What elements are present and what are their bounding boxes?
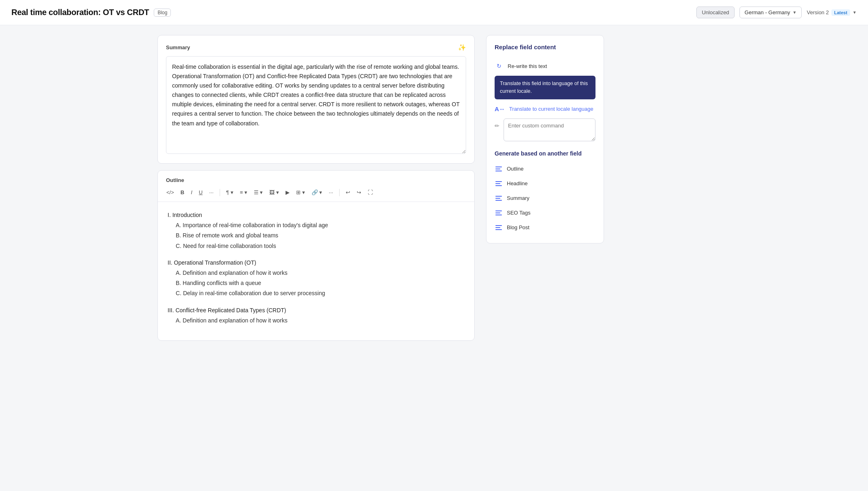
summary-field-card: Summary ✨ Real-time collaboration is ess…: [157, 35, 475, 164]
table-button[interactable]: ⊞ ▾: [293, 187, 308, 197]
headline-lines-icon: [495, 180, 503, 188]
latest-badge: Latest: [831, 9, 850, 16]
more-text-button[interactable]: ···: [206, 187, 216, 197]
section-1-title: I. Introduction: [168, 210, 465, 220]
version-chevron-icon: ▼: [853, 10, 857, 15]
replace-field-card: Replace field content ↻ Re-write this te…: [486, 35, 604, 243]
undo-button[interactable]: ↩: [343, 187, 353, 197]
outline-section-1: I. Introduction A. Importance of real-ti…: [168, 210, 465, 251]
custom-command-input[interactable]: [504, 118, 595, 141]
blog-badge: Blog: [154, 9, 171, 17]
seo-lines-icon: [495, 209, 503, 217]
unlocalized-button[interactable]: Unlocalized: [696, 7, 734, 18]
paragraph-button[interactable]: ¶ ▾: [223, 187, 236, 197]
section-1-item-b: B. Rise of remote work and global teams: [168, 230, 465, 241]
translate-icon: A↔: [495, 105, 505, 112]
outline-section-3: III. Conflict-free Replicated Data Types…: [168, 305, 465, 326]
outline-label: Outline: [158, 171, 474, 183]
outline-section-2: II. Operational Transformation (OT) A. D…: [168, 258, 465, 299]
generate-seo-item[interactable]: SEO Tags: [495, 206, 595, 220]
outline-toolbar: </> B I U ··· ¶ ▾ ≡ ▾ ☰ ▾ 🖼 ▾ ▶ ⊞ ▾ 🔗 ▾ …: [158, 183, 474, 202]
underline-button[interactable]: U: [196, 187, 205, 197]
redo-button[interactable]: ↪: [354, 187, 364, 197]
outline-content: I. Introduction A. Importance of real-ti…: [158, 202, 474, 340]
fullscreen-button[interactable]: ⛶: [365, 187, 376, 197]
page-title: Real time collaboration: OT vs CRDT: [11, 8, 149, 17]
rewrite-label: Re-write this text: [508, 63, 547, 69]
pencil-icon: ✏: [495, 123, 499, 129]
outline-field-card: Outline </> B I U ··· ¶ ▾ ≡ ▾ ☰ ▾ 🖼 ▾ ▶ …: [157, 170, 475, 341]
section-2-title: II. Operational Transformation (OT): [168, 258, 465, 268]
summary-ai-button[interactable]: ✨: [458, 44, 466, 51]
bold-button[interactable]: B: [178, 187, 187, 197]
summary-lines-icon: [495, 194, 503, 202]
section-3-title: III. Conflict-free Replicated Data Types…: [168, 305, 465, 316]
rewrite-item[interactable]: ↻ Re-write this text: [495, 58, 595, 74]
generate-summary-item[interactable]: Summary: [495, 191, 595, 206]
generate-blogpost-item[interactable]: Blog Post: [495, 220, 595, 235]
custom-command-row: ✏: [495, 118, 595, 141]
code-button[interactable]: </>: [164, 187, 177, 197]
top-header: Real time collaboration: OT vs CRDT Blog…: [0, 0, 868, 25]
list-button[interactable]: ☰ ▾: [251, 187, 266, 197]
section-1-item-a: A. Importance of real-time collaboration…: [168, 220, 465, 230]
rewrite-icon: ↻: [495, 61, 504, 70]
summary-textarea[interactable]: Real-time collaboration is essential in …: [166, 56, 466, 154]
section-1-item-c: C. Need for real-time collaboration tool…: [168, 241, 465, 251]
replace-title: Replace field content: [495, 44, 595, 50]
section-2-item-a: A. Definition and explanation of how it …: [168, 268, 465, 278]
generate-outline-label: Outline: [507, 166, 523, 172]
generate-summary-label: Summary: [507, 195, 530, 201]
chevron-down-icon: ▼: [793, 10, 797, 15]
section-2-item-c: C. Delay in real-time collaboration due …: [168, 288, 465, 298]
generate-outline-item[interactable]: Outline: [495, 162, 595, 176]
version-info: Version 2 Latest ▼: [807, 9, 857, 16]
generate-title: Generate based on another field: [495, 150, 595, 157]
blogpost-lines-icon: [495, 224, 503, 232]
generate-seo-label: SEO Tags: [507, 210, 530, 216]
locale-selector[interactable]: German - Germany ▼: [739, 7, 802, 18]
more-button[interactable]: ···: [326, 187, 336, 197]
generate-headline-item[interactable]: Headline: [495, 176, 595, 191]
image-button[interactable]: 🖼 ▾: [266, 187, 282, 197]
section-2-item-b: B. Handling conflicts with a queue: [168, 278, 465, 288]
video-button[interactable]: ▶: [283, 187, 292, 197]
content-area: Summary ✨ Real-time collaboration is ess…: [157, 35, 475, 341]
summary-field-header: Summary ✨: [166, 44, 466, 51]
generate-headline-label: Headline: [507, 180, 528, 186]
main-layout: Summary ✨ Real-time collaboration is ess…: [149, 25, 719, 351]
translate-item[interactable]: A↔ Translate to current locale language: [495, 103, 595, 115]
link-button[interactable]: 🔗 ▾: [309, 187, 325, 197]
section-3-item-a: A. Definition and explanation of how it …: [168, 316, 465, 326]
outline-lines-icon: [495, 165, 503, 173]
translate-label: Translate to current locale language: [509, 106, 593, 112]
toolbar-separator-2: [339, 189, 340, 196]
align-button[interactable]: ≡ ▾: [237, 187, 250, 197]
summary-label: Summary: [166, 44, 190, 50]
toolbar-separator-1: [220, 189, 220, 196]
italic-button[interactable]: I: [188, 187, 195, 197]
right-sidebar: Replace field content ↻ Re-write this te…: [486, 35, 604, 341]
header-right: Unlocalized German - Germany ▼ Version 2…: [696, 7, 857, 18]
translate-tooltip: Translate this field into language of th…: [495, 76, 595, 99]
generate-blogpost-label: Blog Post: [507, 224, 530, 230]
